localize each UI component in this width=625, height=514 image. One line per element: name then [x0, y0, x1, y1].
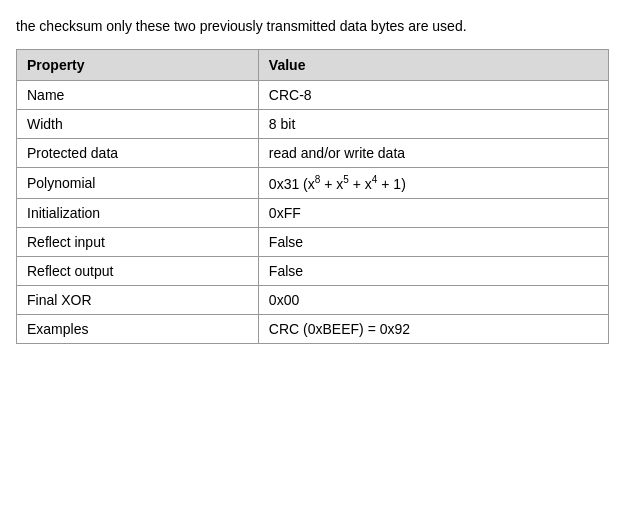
cell-property: Polynomial	[17, 168, 259, 199]
table-row: Initialization0xFF	[17, 198, 609, 227]
cell-property: Initialization	[17, 198, 259, 227]
cell-value: 0x00	[258, 285, 608, 314]
cell-value: CRC (0xBEEF) = 0x92	[258, 314, 608, 343]
table-row: Protected dataread and/or write data	[17, 139, 609, 168]
cell-value: False	[258, 227, 608, 256]
table-row: Final XOR0x00	[17, 285, 609, 314]
cell-value: 0x31 (x8 + x5 + x4 + 1)	[258, 168, 608, 199]
cell-property: Width	[17, 110, 259, 139]
header-property: Property	[17, 50, 259, 81]
cell-value: 0xFF	[258, 198, 608, 227]
table-row: ExamplesCRC (0xBEEF) = 0x92	[17, 314, 609, 343]
cell-property: Reflect output	[17, 256, 259, 285]
header-value: Value	[258, 50, 608, 81]
intro-text: the checksum only these two previously t…	[16, 16, 609, 37]
cell-property: Examples	[17, 314, 259, 343]
cell-property: Reflect input	[17, 227, 259, 256]
cell-value: read and/or write data	[258, 139, 608, 168]
cell-property: Final XOR	[17, 285, 259, 314]
cell-value: CRC-8	[258, 81, 608, 110]
table-row: NameCRC-8	[17, 81, 609, 110]
cell-property: Name	[17, 81, 259, 110]
cell-value: False	[258, 256, 608, 285]
cell-value: 8 bit	[258, 110, 608, 139]
table-row: Polynomial0x31 (x8 + x5 + x4 + 1)	[17, 168, 609, 199]
crc-table: Property Value NameCRC-8Width8 bitProtec…	[16, 49, 609, 344]
table-row: Reflect inputFalse	[17, 227, 609, 256]
cell-property: Protected data	[17, 139, 259, 168]
table-row: Reflect outputFalse	[17, 256, 609, 285]
table-row: Width8 bit	[17, 110, 609, 139]
